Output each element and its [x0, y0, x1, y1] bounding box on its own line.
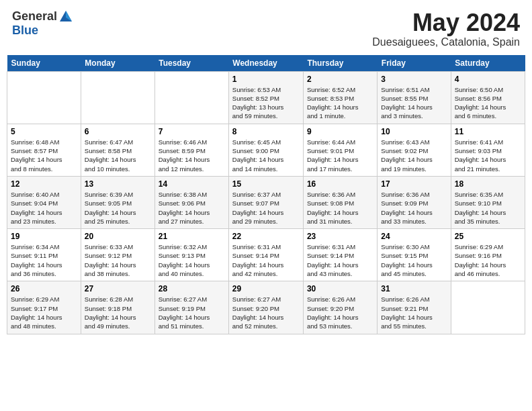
- day-cell: 12Sunrise: 6:40 AMSunset: 9:04 PMDayligh…: [7, 176, 81, 228]
- day-cell: 11Sunrise: 6:41 AMSunset: 9:03 PMDayligh…: [451, 124, 525, 176]
- day-info: Sunrise: 6:44 AMSunset: 9:01 PMDaylight:…: [307, 138, 373, 173]
- day-info: Sunrise: 6:46 AMSunset: 8:59 PMDaylight:…: [159, 138, 225, 173]
- day-number: 8: [232, 127, 300, 136]
- day-info: Sunrise: 6:29 AMSunset: 9:16 PMDaylight:…: [455, 242, 521, 278]
- day-info: Sunrise: 6:27 AMSunset: 9:20 PMDaylight:…: [232, 295, 300, 330]
- day-cell: [451, 281, 525, 334]
- day-info: Sunrise: 6:31 AMSunset: 9:14 PMDaylight:…: [307, 242, 373, 278]
- day-info: Sunrise: 6:50 AMSunset: 8:56 PMDaylight:…: [455, 85, 521, 121]
- page-header: General Blue May 2024 Duesaiguees, Catal…: [7, 7, 525, 51]
- day-cell: 9Sunrise: 6:44 AMSunset: 9:01 PMDaylight…: [303, 124, 377, 176]
- day-info: Sunrise: 6:47 AMSunset: 8:58 PMDaylight:…: [85, 138, 151, 173]
- day-cell: 3Sunrise: 6:51 AMSunset: 8:55 PMDaylight…: [378, 71, 451, 124]
- day-number: 3: [381, 75, 447, 84]
- day-number: 4: [455, 75, 521, 84]
- day-info: Sunrise: 6:53 AMSunset: 8:52 PMDaylight:…: [232, 85, 300, 121]
- day-number: 30: [307, 284, 373, 293]
- day-info: Sunrise: 6:29 AMSunset: 9:17 PMDaylight:…: [11, 295, 77, 330]
- day-number: 28: [159, 284, 225, 293]
- day-number: 24: [381, 232, 447, 241]
- weekday-header-tuesday: Tuesday: [154, 55, 228, 72]
- week-row-4: 19Sunrise: 6:34 AMSunset: 9:11 PMDayligh…: [7, 229, 525, 281]
- day-info: Sunrise: 6:45 AMSunset: 9:00 PMDaylight:…: [232, 138, 300, 173]
- day-cell: 28Sunrise: 6:27 AMSunset: 9:19 PMDayligh…: [154, 281, 228, 334]
- day-number: 1: [232, 75, 300, 84]
- month-title: May 2024: [372, 9, 520, 36]
- logo-icon: [58, 9, 73, 24]
- day-info: Sunrise: 6:41 AMSunset: 9:03 PMDaylight:…: [455, 138, 521, 173]
- day-info: Sunrise: 6:43 AMSunset: 9:02 PMDaylight:…: [381, 138, 447, 173]
- day-cell: 30Sunrise: 6:26 AMSunset: 9:20 PMDayligh…: [303, 281, 377, 334]
- day-cell: 31Sunrise: 6:26 AMSunset: 9:21 PMDayligh…: [378, 281, 451, 334]
- day-info: Sunrise: 6:27 AMSunset: 9:19 PMDaylight:…: [159, 295, 225, 330]
- day-number: 26: [11, 284, 77, 293]
- day-number: 2: [307, 75, 373, 84]
- day-info: Sunrise: 6:36 AMSunset: 9:09 PMDaylight:…: [381, 190, 447, 226]
- day-number: 22: [232, 232, 300, 241]
- day-number: 14: [159, 179, 225, 189]
- day-cell: 8Sunrise: 6:45 AMSunset: 9:00 PMDaylight…: [228, 124, 303, 176]
- week-row-2: 5Sunrise: 6:48 AMSunset: 8:57 PMDaylight…: [7, 124, 525, 176]
- weekday-header-friday: Friday: [378, 55, 451, 72]
- day-info: Sunrise: 6:33 AMSunset: 9:12 PMDaylight:…: [85, 242, 151, 278]
- day-number: 7: [159, 127, 225, 136]
- day-cell: 27Sunrise: 6:28 AMSunset: 9:18 PMDayligh…: [81, 281, 154, 334]
- day-info: Sunrise: 6:36 AMSunset: 9:08 PMDaylight:…: [307, 190, 373, 226]
- week-row-5: 26Sunrise: 6:29 AMSunset: 9:17 PMDayligh…: [7, 281, 525, 334]
- logo-blue: Blue: [12, 24, 38, 37]
- day-cell: [7, 71, 81, 124]
- day-cell: 29Sunrise: 6:27 AMSunset: 9:20 PMDayligh…: [228, 281, 303, 334]
- day-info: Sunrise: 6:40 AMSunset: 9:04 PMDaylight:…: [11, 190, 77, 226]
- day-cell: 1Sunrise: 6:53 AMSunset: 8:52 PMDaylight…: [228, 71, 303, 124]
- calendar-table: SundayMondayTuesdayWednesdayThursdayFrid…: [7, 55, 525, 334]
- day-info: Sunrise: 6:32 AMSunset: 9:13 PMDaylight:…: [159, 242, 225, 278]
- day-info: Sunrise: 6:39 AMSunset: 9:05 PMDaylight:…: [85, 190, 151, 226]
- day-number: 13: [85, 179, 151, 189]
- day-cell: 21Sunrise: 6:32 AMSunset: 9:13 PMDayligh…: [154, 229, 228, 281]
- logo-general: General: [12, 10, 57, 24]
- day-info: Sunrise: 6:26 AMSunset: 9:20 PMDaylight:…: [307, 295, 373, 330]
- day-info: Sunrise: 6:52 AMSunset: 8:53 PMDaylight:…: [307, 85, 373, 121]
- weekday-header-sunday: Sunday: [7, 55, 81, 72]
- day-cell: 4Sunrise: 6:50 AMSunset: 8:56 PMDaylight…: [451, 71, 525, 124]
- day-cell: 10Sunrise: 6:43 AMSunset: 9:02 PMDayligh…: [378, 124, 451, 176]
- day-cell: 6Sunrise: 6:47 AMSunset: 8:58 PMDaylight…: [81, 124, 154, 176]
- day-cell: 15Sunrise: 6:37 AMSunset: 9:07 PMDayligh…: [228, 176, 303, 228]
- day-info: Sunrise: 6:26 AMSunset: 9:21 PMDaylight:…: [381, 295, 447, 330]
- location-title: Duesaiguees, Catalonia, Spain: [372, 36, 520, 48]
- day-cell: 23Sunrise: 6:31 AMSunset: 9:14 PMDayligh…: [303, 229, 377, 281]
- day-number: 31: [381, 284, 447, 293]
- week-row-1: 1Sunrise: 6:53 AMSunset: 8:52 PMDaylight…: [7, 71, 525, 124]
- day-info: Sunrise: 6:35 AMSunset: 9:10 PMDaylight:…: [455, 190, 521, 226]
- day-cell: 2Sunrise: 6:52 AMSunset: 8:53 PMDaylight…: [303, 71, 377, 124]
- day-info: Sunrise: 6:51 AMSunset: 8:55 PMDaylight:…: [381, 85, 447, 121]
- week-row-3: 12Sunrise: 6:40 AMSunset: 9:04 PMDayligh…: [7, 176, 525, 228]
- day-cell: 5Sunrise: 6:48 AMSunset: 8:57 PMDaylight…: [7, 124, 81, 176]
- day-number: 10: [381, 127, 447, 136]
- weekday-header-row: SundayMondayTuesdayWednesdayThursdayFrid…: [7, 55, 525, 72]
- day-number: 11: [455, 127, 521, 136]
- day-info: Sunrise: 6:38 AMSunset: 9:06 PMDaylight:…: [159, 190, 225, 226]
- day-info: Sunrise: 6:28 AMSunset: 9:18 PMDaylight:…: [85, 295, 151, 330]
- day-number: 12: [11, 179, 77, 189]
- day-number: 20: [85, 232, 151, 241]
- weekday-header-thursday: Thursday: [303, 55, 377, 72]
- day-number: 23: [307, 232, 373, 241]
- day-cell: 20Sunrise: 6:33 AMSunset: 9:12 PMDayligh…: [81, 229, 154, 281]
- day-info: Sunrise: 6:48 AMSunset: 8:57 PMDaylight:…: [11, 138, 77, 173]
- day-number: 6: [85, 127, 151, 136]
- weekday-header-saturday: Saturday: [451, 55, 525, 72]
- day-number: 18: [455, 179, 521, 189]
- weekday-header-wednesday: Wednesday: [228, 55, 303, 72]
- day-info: Sunrise: 6:34 AMSunset: 9:11 PMDaylight:…: [11, 242, 77, 278]
- day-number: 17: [381, 179, 447, 189]
- day-cell: 16Sunrise: 6:36 AMSunset: 9:08 PMDayligh…: [303, 176, 377, 228]
- day-cell: 25Sunrise: 6:29 AMSunset: 9:16 PMDayligh…: [451, 229, 525, 281]
- day-cell: 18Sunrise: 6:35 AMSunset: 9:10 PMDayligh…: [451, 176, 525, 228]
- day-number: 21: [159, 232, 225, 241]
- day-cell: 26Sunrise: 6:29 AMSunset: 9:17 PMDayligh…: [7, 281, 81, 334]
- logo: General Blue: [12, 9, 73, 38]
- day-cell: 19Sunrise: 6:34 AMSunset: 9:11 PMDayligh…: [7, 229, 81, 281]
- day-number: 29: [232, 284, 300, 293]
- day-number: 15: [232, 179, 300, 189]
